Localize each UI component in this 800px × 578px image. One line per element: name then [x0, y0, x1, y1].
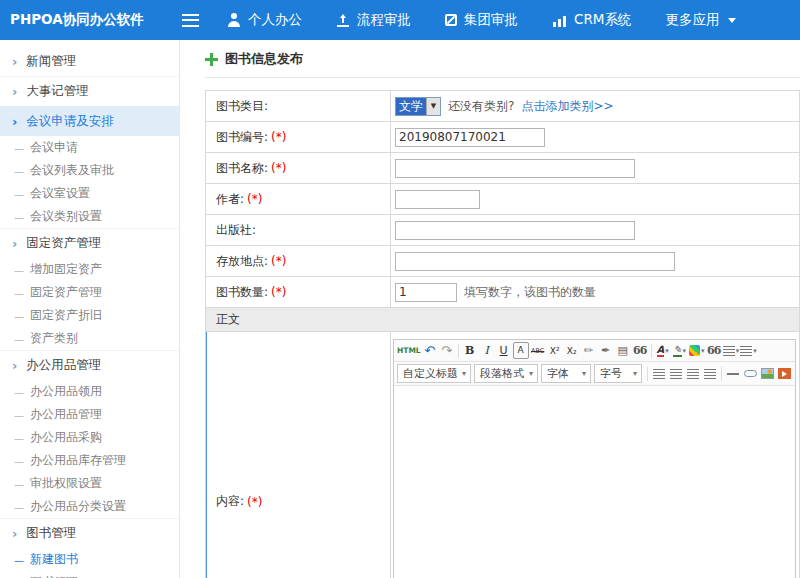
quantity-row: 图书数量: (*) 填写数字，该图书的数量: [206, 277, 799, 308]
location-input[interactable]: [395, 252, 675, 271]
sidebar-group-book-management[interactable]: 图书管理: [0, 518, 179, 548]
sidebar-item-new-book[interactable]: 新建图书: [0, 548, 179, 571]
book-no-input[interactable]: [395, 128, 545, 147]
ordered-list-icon: [740, 346, 752, 356]
field-label: 作者:: [216, 191, 244, 208]
body-section-header: 正文: [206, 308, 799, 332]
publisher-input[interactable]: [395, 221, 635, 240]
dash-icon: [14, 553, 24, 567]
align-center-button[interactable]: [668, 365, 684, 382]
align-right-button[interactable]: [685, 365, 701, 382]
sidebar-item-label: 办公用品管理: [30, 406, 102, 423]
toolbar-separator: [721, 367, 722, 381]
remove-format-button[interactable]: ✏: [581, 342, 597, 359]
bullet-list-button[interactable]: [723, 342, 740, 359]
quote-button[interactable]: 66: [706, 342, 722, 359]
font-border-button[interactable]: A: [513, 342, 529, 359]
strikethrough-button[interactable]: ABC: [530, 342, 546, 359]
publisher-value-cell: [391, 215, 799, 245]
add-category-link[interactable]: 点击添加类别>>: [521, 98, 613, 115]
quantity-input[interactable]: [395, 283, 457, 302]
nav-crm-system[interactable]: CRM系统: [535, 0, 648, 40]
sidebar-item-meeting-room-settings[interactable]: 会议室设置: [0, 182, 179, 205]
emotion-icon: [689, 345, 700, 356]
align-justify-button[interactable]: [702, 365, 718, 382]
nav-personal-office[interactable]: 个人办公: [210, 0, 319, 40]
dash-icon: [14, 431, 24, 445]
sidebar-group-fixed-assets[interactable]: 固定资产管理: [0, 228, 179, 258]
sidebar-group-meeting-apply-arrange[interactable]: 会议申请及安排: [0, 106, 179, 136]
sidebar-item-add-fixed-asset[interactable]: 增加固定资产: [0, 258, 179, 281]
chevron-right-icon: [12, 114, 17, 129]
blockquote-button[interactable]: 66: [632, 342, 648, 359]
html-source-button[interactable]: HTML: [397, 342, 421, 359]
align-left-button[interactable]: [651, 365, 667, 382]
undo-button[interactable]: ↶: [422, 342, 438, 359]
paste-plain-button[interactable]: ▤: [615, 342, 631, 359]
sidebar-item-meeting-category-settings[interactable]: 会议类别设置: [0, 205, 179, 228]
sidebar-item-asset-category[interactable]: 资产类别: [0, 327, 179, 350]
custom-title-select[interactable]: 自定义标题: [397, 364, 471, 383]
sidebar-item-supplies-inventory[interactable]: 办公用品库存管理: [0, 449, 179, 472]
app-logo: PHPOA协同办公软件: [0, 11, 170, 29]
sidebar-item-fixed-asset-management[interactable]: 固定资产管理: [0, 281, 179, 304]
sidebar-item-meeting-apply[interactable]: 会议申请: [0, 136, 179, 159]
add-plus-icon: [205, 53, 218, 66]
location-row: 存放地点: (*): [206, 246, 799, 277]
nav-process-approval[interactable]: 流程审批: [319, 0, 428, 40]
font-size-select[interactable]: 字号: [594, 364, 642, 383]
sidebar-item-supplies-category-settings[interactable]: 办公用品分类设置: [0, 495, 179, 518]
insert-image-button[interactable]: [759, 365, 775, 382]
sidebar-item-supplies-claim[interactable]: 办公用品领用: [0, 380, 179, 403]
required-mark: (*): [271, 130, 286, 144]
dash-icon: [14, 263, 24, 277]
book-name-input[interactable]: [395, 159, 635, 178]
sidebar-group-office-supplies[interactable]: 办公用品管理: [0, 350, 179, 380]
superscript-button[interactable]: X²: [547, 342, 563, 359]
sidebar-group-label: 新闻管理: [26, 53, 76, 70]
sidebar-item-label: 固定资产折旧: [30, 307, 102, 324]
italic-button[interactable]: I: [479, 342, 495, 359]
editor-toolbar-row1: HTML ↶ ↷ B I U A ABC X² X₂ ✏ ✒ ▤: [394, 340, 795, 362]
bold-button[interactable]: B: [462, 342, 478, 359]
select-arrow-icon[interactable]: [426, 98, 440, 115]
menu-toggle-button[interactable]: [170, 0, 210, 40]
font-color-button[interactable]: A: [655, 342, 671, 359]
format-painter-button[interactable]: ✒: [598, 342, 614, 359]
sidebar-item-fixed-asset-depreciation[interactable]: 固定资产折旧: [0, 304, 179, 327]
sidebar-item-supplies-management[interactable]: 办公用品管理: [0, 403, 179, 426]
redo-button[interactable]: ↷: [439, 342, 455, 359]
upload-arrow-icon: [336, 13, 350, 27]
align-left-icon: [653, 369, 665, 379]
emotion-button[interactable]: [689, 342, 705, 359]
person-icon: [227, 13, 241, 27]
subscript-button[interactable]: X₂: [564, 342, 580, 359]
font-family-select[interactable]: 字体: [541, 364, 591, 383]
sidebar-item-label: 会议列表及审批: [30, 162, 114, 179]
underline-button[interactable]: U: [496, 342, 512, 359]
page-title-row: 图书信息发布: [205, 50, 800, 78]
nav-group-approval[interactable]: 集团审批: [428, 0, 535, 40]
editor-content-area[interactable]: [394, 386, 795, 578]
sidebar-group-events-management[interactable]: 大事记管理: [0, 76, 179, 106]
insert-media-button[interactable]: [776, 365, 792, 382]
book-name-row: 图书名称: (*): [206, 153, 799, 184]
sidebar-item-book-management[interactable]: 图书管理: [0, 571, 179, 578]
sidebar-item-label: 会议申请: [30, 139, 78, 156]
link-button[interactable]: [742, 365, 758, 382]
align-center-icon: [670, 369, 682, 379]
author-input[interactable]: [395, 190, 480, 209]
bullet-list-icon: [723, 346, 735, 356]
sidebar-group-news-management[interactable]: 新闻管理: [0, 46, 179, 76]
horizontal-rule-button[interactable]: [725, 365, 741, 382]
sidebar-item-supplies-purchase[interactable]: 办公用品采购: [0, 426, 179, 449]
sidebar-item-meeting-list-approval[interactable]: 会议列表及审批: [0, 159, 179, 182]
nav-more-apps[interactable]: 更多应用: [648, 0, 753, 40]
sidebar-item-approval-permission-settings[interactable]: 审批权限设置: [0, 472, 179, 495]
category-select[interactable]: 文学: [395, 97, 441, 116]
back-color-button[interactable]: ✎: [672, 342, 688, 359]
content-editor-cell: HTML ↶ ↷ B I U A ABC X² X₂ ✏ ✒ ▤: [391, 332, 800, 578]
ordered-list-button[interactable]: [740, 342, 757, 359]
paragraph-format-select[interactable]: 段落格式: [474, 364, 538, 383]
dash-icon: [14, 385, 24, 399]
